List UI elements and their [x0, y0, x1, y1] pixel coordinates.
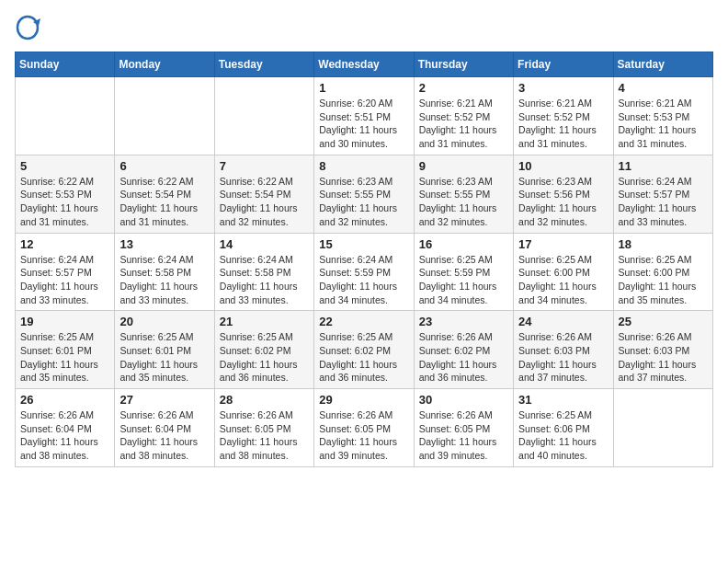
day-info: Sunrise: 6:25 AM Sunset: 6:06 PM Dayligh… — [518, 408, 608, 463]
day-number: 6 — [119, 159, 209, 173]
day-info: Sunrise: 6:24 AM Sunset: 5:58 PM Dayligh… — [220, 253, 309, 307]
weekday-header-thursday: Thursday — [414, 52, 513, 77]
weekday-header-monday: Monday — [115, 52, 214, 77]
day-info: Sunrise: 6:26 AM Sunset: 6:05 PM Dayligh… — [220, 408, 309, 463]
calendar-cell: 10Sunrise: 6:23 AM Sunset: 5:56 PM Dayli… — [514, 155, 613, 233]
calendar-cell: 6Sunrise: 6:22 AM Sunset: 5:54 PM Daylig… — [115, 155, 214, 233]
day-number: 4 — [619, 81, 708, 95]
calendar-cell: 12Sunrise: 6:24 AM Sunset: 5:57 PM Dayli… — [16, 233, 115, 311]
day-number: 14 — [220, 237, 309, 251]
day-info: Sunrise: 6:22 AM Sunset: 5:53 PM Dayligh… — [20, 175, 109, 229]
day-info: Sunrise: 6:26 AM Sunset: 6:02 PM Dayligh… — [419, 330, 508, 385]
calendar-cell: 23Sunrise: 6:26 AM Sunset: 6:02 PM Dayli… — [414, 311, 513, 389]
week-row-1: 5Sunrise: 6:22 AM Sunset: 5:53 PM Daylig… — [16, 155, 713, 233]
calendar-cell: 28Sunrise: 6:26 AM Sunset: 6:05 PM Dayli… — [214, 389, 313, 467]
calendar-cell: 13Sunrise: 6:24 AM Sunset: 5:58 PM Dayli… — [115, 233, 214, 311]
calendar-cell: 31Sunrise: 6:25 AM Sunset: 6:06 PM Dayli… — [514, 389, 613, 467]
calendar-cell: 9Sunrise: 6:23 AM Sunset: 5:55 PM Daylig… — [414, 155, 513, 233]
day-info: Sunrise: 6:25 AM Sunset: 6:01 PM Dayligh… — [119, 330, 209, 385]
day-number: 2 — [419, 81, 508, 95]
day-info: Sunrise: 6:25 AM Sunset: 6:00 PM Dayligh… — [619, 253, 708, 307]
day-number: 26 — [20, 393, 109, 407]
day-info: Sunrise: 6:26 AM Sunset: 6:05 PM Dayligh… — [419, 408, 508, 463]
day-info: Sunrise: 6:25 AM Sunset: 6:02 PM Dayligh… — [220, 330, 309, 385]
calendar-cell: 20Sunrise: 6:25 AM Sunset: 6:01 PM Dayli… — [115, 311, 214, 389]
day-number: 1 — [319, 81, 408, 95]
week-row-3: 19Sunrise: 6:25 AM Sunset: 6:01 PM Dayli… — [16, 311, 713, 389]
day-info: Sunrise: 6:25 AM Sunset: 6:02 PM Dayligh… — [319, 330, 408, 385]
day-info: Sunrise: 6:23 AM Sunset: 5:55 PM Dayligh… — [419, 175, 508, 229]
day-info: Sunrise: 6:26 AM Sunset: 6:05 PM Dayligh… — [319, 408, 408, 463]
calendar-cell: 24Sunrise: 6:26 AM Sunset: 6:03 PM Dayli… — [514, 311, 613, 389]
calendar-cell: 27Sunrise: 6:26 AM Sunset: 6:04 PM Dayli… — [115, 389, 214, 467]
calendar-cell: 14Sunrise: 6:24 AM Sunset: 5:58 PM Dayli… — [214, 233, 313, 311]
day-number: 19 — [20, 315, 109, 328]
calendar-cell: 18Sunrise: 6:25 AM Sunset: 6:00 PM Dayli… — [613, 233, 712, 311]
day-info: Sunrise: 6:25 AM Sunset: 6:01 PM Dayligh… — [20, 330, 109, 385]
weekday-header-wednesday: Wednesday — [314, 52, 414, 77]
calendar-cell: 26Sunrise: 6:26 AM Sunset: 6:04 PM Dayli… — [16, 389, 115, 467]
day-number: 27 — [119, 393, 209, 407]
calendar-cell: 29Sunrise: 6:26 AM Sunset: 6:05 PM Dayli… — [314, 389, 414, 467]
calendar-cell — [214, 77, 313, 155]
calendar-cell: 25Sunrise: 6:26 AM Sunset: 6:03 PM Dayli… — [613, 311, 712, 389]
calendar-cell: 19Sunrise: 6:25 AM Sunset: 6:01 PM Dayli… — [16, 311, 115, 389]
day-number: 28 — [220, 393, 309, 407]
day-number: 30 — [419, 393, 508, 407]
day-number: 15 — [319, 237, 408, 251]
calendar-cell: 15Sunrise: 6:24 AM Sunset: 5:59 PM Dayli… — [314, 233, 414, 311]
day-info: Sunrise: 6:22 AM Sunset: 5:54 PM Dayligh… — [119, 175, 209, 229]
day-number: 21 — [220, 315, 309, 328]
calendar-cell: 7Sunrise: 6:22 AM Sunset: 5:54 PM Daylig… — [214, 155, 313, 233]
day-info: Sunrise: 6:24 AM Sunset: 5:59 PM Dayligh… — [319, 253, 408, 307]
day-info: Sunrise: 6:25 AM Sunset: 5:59 PM Dayligh… — [419, 253, 508, 307]
day-info: Sunrise: 6:21 AM Sunset: 5:52 PM Dayligh… — [419, 97, 508, 151]
day-info: Sunrise: 6:24 AM Sunset: 5:58 PM Dayligh… — [119, 253, 209, 307]
weekday-header-saturday: Saturday — [613, 52, 712, 77]
day-info: Sunrise: 6:20 AM Sunset: 5:51 PM Dayligh… — [319, 97, 408, 151]
day-number: 17 — [518, 237, 608, 251]
day-number: 25 — [619, 315, 708, 328]
calendar-cell: 4Sunrise: 6:21 AM Sunset: 5:53 PM Daylig… — [613, 77, 712, 155]
calendar-cell: 1Sunrise: 6:20 AM Sunset: 5:51 PM Daylig… — [314, 77, 414, 155]
day-number: 7 — [220, 159, 309, 173]
calendar-cell: 30Sunrise: 6:26 AM Sunset: 6:05 PM Dayli… — [414, 389, 513, 467]
calendar-table: SundayMondayTuesdayWednesdayThursdayFrid… — [15, 52, 713, 467]
weekday-header-sunday: Sunday — [16, 52, 115, 77]
logo — [15, 15, 44, 40]
day-number: 22 — [319, 315, 408, 328]
day-number: 13 — [119, 237, 209, 251]
calendar-cell: 2Sunrise: 6:21 AM Sunset: 5:52 PM Daylig… — [414, 77, 513, 155]
calendar-cell — [16, 77, 115, 155]
day-info: Sunrise: 6:23 AM Sunset: 5:56 PM Dayligh… — [518, 175, 608, 229]
calendar-cell: 8Sunrise: 6:23 AM Sunset: 5:55 PM Daylig… — [314, 155, 414, 233]
day-info: Sunrise: 6:26 AM Sunset: 6:04 PM Dayligh… — [119, 408, 209, 463]
calendar-cell: 17Sunrise: 6:25 AM Sunset: 6:00 PM Dayli… — [514, 233, 613, 311]
calendar-cell: 22Sunrise: 6:25 AM Sunset: 6:02 PM Dayli… — [314, 311, 414, 389]
day-info: Sunrise: 6:21 AM Sunset: 5:53 PM Dayligh… — [619, 97, 708, 151]
day-info: Sunrise: 6:24 AM Sunset: 5:57 PM Dayligh… — [619, 175, 708, 229]
logo-icon — [15, 15, 40, 40]
day-number: 5 — [20, 159, 109, 173]
day-number: 18 — [619, 237, 708, 251]
day-info: Sunrise: 6:24 AM Sunset: 5:57 PM Dayligh… — [20, 253, 109, 307]
day-number: 10 — [518, 159, 608, 173]
day-number: 16 — [419, 237, 508, 251]
day-info: Sunrise: 6:22 AM Sunset: 5:54 PM Dayligh… — [220, 175, 309, 229]
calendar-cell — [115, 77, 214, 155]
calendar-cell — [613, 389, 712, 467]
day-number: 31 — [518, 393, 608, 407]
weekday-header-row: SundayMondayTuesdayWednesdayThursdayFrid… — [16, 52, 713, 77]
calendar-cell: 5Sunrise: 6:22 AM Sunset: 5:53 PM Daylig… — [16, 155, 115, 233]
day-number: 11 — [619, 159, 708, 173]
calendar-cell: 16Sunrise: 6:25 AM Sunset: 5:59 PM Dayli… — [414, 233, 513, 311]
page: SundayMondayTuesdayWednesdayThursdayFrid… — [0, 0, 728, 482]
header — [15, 15, 713, 40]
day-info: Sunrise: 6:21 AM Sunset: 5:52 PM Dayligh… — [518, 97, 608, 151]
day-info: Sunrise: 6:25 AM Sunset: 6:00 PM Dayligh… — [518, 253, 608, 307]
day-number: 3 — [518, 81, 608, 95]
calendar-cell: 21Sunrise: 6:25 AM Sunset: 6:02 PM Dayli… — [214, 311, 313, 389]
day-number: 23 — [419, 315, 508, 328]
day-info: Sunrise: 6:26 AM Sunset: 6:04 PM Dayligh… — [20, 408, 109, 463]
day-info: Sunrise: 6:23 AM Sunset: 5:55 PM Dayligh… — [319, 175, 408, 229]
